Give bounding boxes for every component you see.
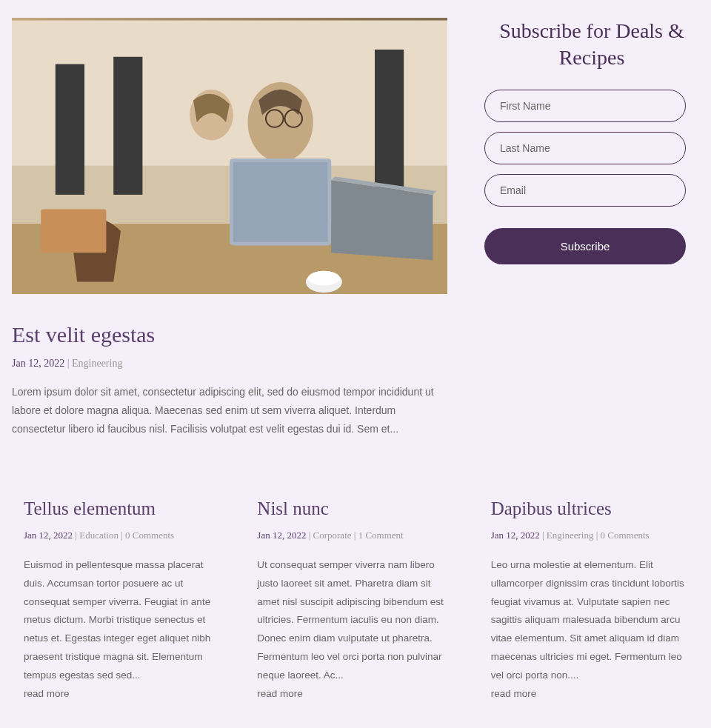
post-card-meta: Jan 12, 2022 | Engineering | 0 Comments bbox=[491, 530, 687, 541]
pagination: « Older Entries bbox=[0, 718, 711, 728]
post-card-excerpt: Ut consequat semper viverra nam libero j… bbox=[257, 556, 453, 704]
featured-post-category[interactable]: Engineering bbox=[72, 358, 122, 369]
post-card-title-link[interactable]: Tellus elementum bbox=[24, 498, 156, 518]
meta-separator: | bbox=[306, 530, 313, 541]
excerpt-text: Euismod in pellentesque massa placerat d… bbox=[24, 559, 210, 681]
post-card-title-link[interactable]: Dapibus ultrices bbox=[491, 498, 612, 518]
svg-rect-2 bbox=[56, 64, 84, 195]
meta-separator: | bbox=[540, 530, 547, 541]
post-category[interactable]: Engineering bbox=[547, 530, 594, 541]
svg-rect-8 bbox=[233, 162, 327, 242]
featured-post-title: Est velit egestas bbox=[12, 322, 447, 347]
last-name-input[interactable] bbox=[484, 132, 686, 164]
post-category[interactable]: Corporate bbox=[313, 530, 352, 541]
post-card-title: Nisl nunc bbox=[257, 498, 453, 519]
post-comments[interactable]: 0 Comments bbox=[601, 530, 650, 541]
meta-separator: | bbox=[118, 530, 125, 541]
meta-separator: | bbox=[73, 530, 79, 541]
subscribe-module: Subscribe for Deals & Recipes Subscribe bbox=[484, 18, 699, 264]
svg-point-11 bbox=[308, 271, 340, 286]
read-more-link[interactable]: read more bbox=[491, 688, 537, 699]
read-more-link[interactable]: read more bbox=[24, 688, 70, 699]
svg-rect-4 bbox=[375, 50, 404, 195]
subscribe-title: Subscribe for Deals & Recipes bbox=[484, 18, 699, 72]
left-column: Est velit egestas Jan 12, 2022 | Enginee… bbox=[12, 18, 447, 439]
post-card: Nisl nunc Jan 12, 2022 | Corporate | 1 C… bbox=[257, 498, 453, 704]
first-name-input[interactable] bbox=[484, 90, 686, 122]
posts-grid: Tellus elementum Jan 12, 2022 | Educatio… bbox=[0, 476, 711, 719]
post-card-title: Dapibus ultrices bbox=[491, 498, 687, 519]
post-card-meta: Jan 12, 2022 | Corporate | 1 Comment bbox=[257, 530, 453, 541]
subscribe-form: Subscribe bbox=[484, 90, 699, 264]
email-input[interactable] bbox=[484, 174, 686, 207]
read-more-link[interactable]: read more bbox=[257, 688, 303, 699]
featured-post-date: Jan 12, 2022 bbox=[12, 358, 64, 369]
featured-image-placeholder bbox=[12, 18, 447, 294]
post-card: Dapibus ultrices Jan 12, 2022 | Engineer… bbox=[491, 498, 687, 704]
excerpt-text: Leo urna molestie at elementum. Elit ull… bbox=[491, 559, 684, 681]
excerpt-text: Ut consequat semper viverra nam libero j… bbox=[257, 559, 443, 681]
post-date: Jan 12, 2022 bbox=[257, 530, 306, 541]
featured-post-title-link[interactable]: Est velit egestas bbox=[12, 322, 155, 347]
svg-rect-15 bbox=[41, 210, 106, 253]
meta-separator: | bbox=[352, 530, 358, 541]
post-card-excerpt: Leo urna molestie at elementum. Elit ull… bbox=[491, 556, 687, 704]
featured-image-link[interactable] bbox=[12, 18, 447, 294]
post-comments[interactable]: 0 Comments bbox=[125, 530, 174, 541]
post-card-title-link[interactable]: Nisl nunc bbox=[257, 498, 329, 518]
featured-post-meta: Jan 12, 2022 | Engineering bbox=[12, 358, 447, 370]
post-card-meta: Jan 12, 2022 | Education | 0 Comments bbox=[24, 530, 220, 541]
post-card-excerpt: Euismod in pellentesque massa placerat d… bbox=[24, 556, 220, 704]
post-date: Jan 12, 2022 bbox=[24, 530, 73, 541]
post-category[interactable]: Education bbox=[79, 530, 118, 541]
main-container: Est velit egestas Jan 12, 2022 | Enginee… bbox=[0, 0, 711, 439]
featured-post-excerpt: Lorem ipsum dolor sit amet, consectetur … bbox=[12, 383, 447, 439]
subscribe-button[interactable]: Subscribe bbox=[484, 228, 686, 264]
meta-separator: | bbox=[64, 358, 72, 369]
meta-separator: | bbox=[593, 530, 600, 541]
svg-rect-3 bbox=[113, 57, 142, 195]
post-comments[interactable]: 1 Comment bbox=[358, 530, 404, 541]
post-date: Jan 12, 2022 bbox=[491, 530, 540, 541]
post-card: Tellus elementum Jan 12, 2022 | Educatio… bbox=[24, 498, 220, 704]
post-card-title: Tellus elementum bbox=[24, 498, 220, 519]
sidebar: Subscribe for Deals & Recipes Subscribe bbox=[484, 18, 699, 439]
